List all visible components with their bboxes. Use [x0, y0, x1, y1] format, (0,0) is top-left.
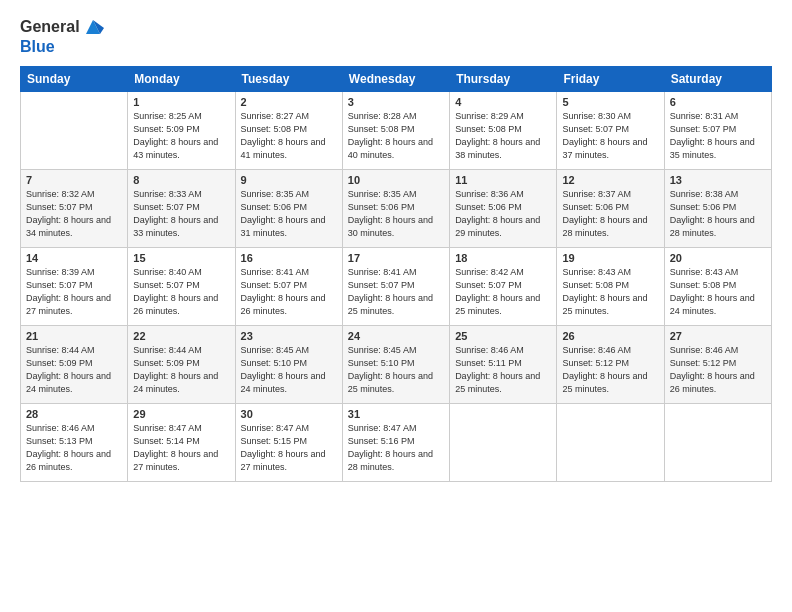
weekday-header-friday: Friday	[557, 67, 664, 92]
day-info: Sunrise: 8:44 AMSunset: 5:09 PMDaylight:…	[26, 344, 122, 396]
calendar-cell: 3Sunrise: 8:28 AMSunset: 5:08 PMDaylight…	[342, 92, 449, 170]
day-number: 11	[455, 174, 551, 186]
calendar-cell: 1Sunrise: 8:25 AMSunset: 5:09 PMDaylight…	[128, 92, 235, 170]
calendar-cell: 11Sunrise: 8:36 AMSunset: 5:06 PMDayligh…	[450, 170, 557, 248]
day-info: Sunrise: 8:25 AMSunset: 5:09 PMDaylight:…	[133, 110, 229, 162]
calendar-cell: 16Sunrise: 8:41 AMSunset: 5:07 PMDayligh…	[235, 248, 342, 326]
weekday-header-row: SundayMondayTuesdayWednesdayThursdayFrid…	[21, 67, 772, 92]
day-number: 3	[348, 96, 444, 108]
calendar-cell	[557, 404, 664, 482]
calendar-cell: 2Sunrise: 8:27 AMSunset: 5:08 PMDaylight…	[235, 92, 342, 170]
calendar-cell: 25Sunrise: 8:46 AMSunset: 5:11 PMDayligh…	[450, 326, 557, 404]
day-info: Sunrise: 8:32 AMSunset: 5:07 PMDaylight:…	[26, 188, 122, 240]
calendar-cell: 6Sunrise: 8:31 AMSunset: 5:07 PMDaylight…	[664, 92, 771, 170]
day-info: Sunrise: 8:41 AMSunset: 5:07 PMDaylight:…	[348, 266, 444, 318]
calendar-cell: 31Sunrise: 8:47 AMSunset: 5:16 PMDayligh…	[342, 404, 449, 482]
week-row-4: 28Sunrise: 8:46 AMSunset: 5:13 PMDayligh…	[21, 404, 772, 482]
calendar-cell: 10Sunrise: 8:35 AMSunset: 5:06 PMDayligh…	[342, 170, 449, 248]
day-number: 19	[562, 252, 658, 264]
day-number: 26	[562, 330, 658, 342]
day-info: Sunrise: 8:33 AMSunset: 5:07 PMDaylight:…	[133, 188, 229, 240]
day-number: 5	[562, 96, 658, 108]
day-info: Sunrise: 8:30 AMSunset: 5:07 PMDaylight:…	[562, 110, 658, 162]
day-info: Sunrise: 8:44 AMSunset: 5:09 PMDaylight:…	[133, 344, 229, 396]
day-info: Sunrise: 8:27 AMSunset: 5:08 PMDaylight:…	[241, 110, 337, 162]
day-number: 28	[26, 408, 122, 420]
calendar-table: SundayMondayTuesdayWednesdayThursdayFrid…	[20, 66, 772, 482]
calendar-cell: 29Sunrise: 8:47 AMSunset: 5:14 PMDayligh…	[128, 404, 235, 482]
day-number: 4	[455, 96, 551, 108]
header: General Blue	[20, 16, 772, 56]
calendar-cell: 4Sunrise: 8:29 AMSunset: 5:08 PMDaylight…	[450, 92, 557, 170]
day-number: 30	[241, 408, 337, 420]
calendar-cell: 9Sunrise: 8:35 AMSunset: 5:06 PMDaylight…	[235, 170, 342, 248]
day-info: Sunrise: 8:40 AMSunset: 5:07 PMDaylight:…	[133, 266, 229, 318]
day-number: 20	[670, 252, 766, 264]
calendar-cell: 22Sunrise: 8:44 AMSunset: 5:09 PMDayligh…	[128, 326, 235, 404]
weekday-header-monday: Monday	[128, 67, 235, 92]
calendar-cell	[450, 404, 557, 482]
day-number: 15	[133, 252, 229, 264]
day-info: Sunrise: 8:37 AMSunset: 5:06 PMDaylight:…	[562, 188, 658, 240]
day-info: Sunrise: 8:29 AMSunset: 5:08 PMDaylight:…	[455, 110, 551, 162]
day-number: 13	[670, 174, 766, 186]
day-number: 24	[348, 330, 444, 342]
calendar-cell: 12Sunrise: 8:37 AMSunset: 5:06 PMDayligh…	[557, 170, 664, 248]
day-number: 8	[133, 174, 229, 186]
week-row-1: 7Sunrise: 8:32 AMSunset: 5:07 PMDaylight…	[21, 170, 772, 248]
day-info: Sunrise: 8:41 AMSunset: 5:07 PMDaylight:…	[241, 266, 337, 318]
day-number: 31	[348, 408, 444, 420]
calendar-cell: 7Sunrise: 8:32 AMSunset: 5:07 PMDaylight…	[21, 170, 128, 248]
logo-general-text: General	[20, 18, 80, 36]
calendar-cell: 30Sunrise: 8:47 AMSunset: 5:15 PMDayligh…	[235, 404, 342, 482]
logo-icon	[82, 16, 104, 38]
day-number: 21	[26, 330, 122, 342]
calendar-cell	[21, 92, 128, 170]
day-info: Sunrise: 8:28 AMSunset: 5:08 PMDaylight:…	[348, 110, 444, 162]
day-info: Sunrise: 8:43 AMSunset: 5:08 PMDaylight:…	[562, 266, 658, 318]
day-number: 18	[455, 252, 551, 264]
day-number: 6	[670, 96, 766, 108]
day-info: Sunrise: 8:46 AMSunset: 5:13 PMDaylight:…	[26, 422, 122, 474]
weekday-header-thursday: Thursday	[450, 67, 557, 92]
calendar-cell: 27Sunrise: 8:46 AMSunset: 5:12 PMDayligh…	[664, 326, 771, 404]
calendar-cell: 23Sunrise: 8:45 AMSunset: 5:10 PMDayligh…	[235, 326, 342, 404]
day-info: Sunrise: 8:42 AMSunset: 5:07 PMDaylight:…	[455, 266, 551, 318]
day-number: 2	[241, 96, 337, 108]
calendar-cell: 20Sunrise: 8:43 AMSunset: 5:08 PMDayligh…	[664, 248, 771, 326]
day-info: Sunrise: 8:38 AMSunset: 5:06 PMDaylight:…	[670, 188, 766, 240]
calendar-cell: 13Sunrise: 8:38 AMSunset: 5:06 PMDayligh…	[664, 170, 771, 248]
day-info: Sunrise: 8:39 AMSunset: 5:07 PMDaylight:…	[26, 266, 122, 318]
day-number: 16	[241, 252, 337, 264]
weekday-header-sunday: Sunday	[21, 67, 128, 92]
day-number: 12	[562, 174, 658, 186]
week-row-2: 14Sunrise: 8:39 AMSunset: 5:07 PMDayligh…	[21, 248, 772, 326]
day-number: 29	[133, 408, 229, 420]
day-info: Sunrise: 8:36 AMSunset: 5:06 PMDaylight:…	[455, 188, 551, 240]
day-number: 14	[26, 252, 122, 264]
weekday-header-saturday: Saturday	[664, 67, 771, 92]
weekday-header-tuesday: Tuesday	[235, 67, 342, 92]
day-info: Sunrise: 8:31 AMSunset: 5:07 PMDaylight:…	[670, 110, 766, 162]
day-info: Sunrise: 8:46 AMSunset: 5:12 PMDaylight:…	[562, 344, 658, 396]
day-info: Sunrise: 8:45 AMSunset: 5:10 PMDaylight:…	[348, 344, 444, 396]
day-info: Sunrise: 8:46 AMSunset: 5:11 PMDaylight:…	[455, 344, 551, 396]
day-info: Sunrise: 8:47 AMSunset: 5:15 PMDaylight:…	[241, 422, 337, 474]
day-number: 22	[133, 330, 229, 342]
page: General Blue SundayMondayTuesdayWednesda…	[0, 0, 792, 612]
calendar-cell: 5Sunrise: 8:30 AMSunset: 5:07 PMDaylight…	[557, 92, 664, 170]
calendar-cell: 15Sunrise: 8:40 AMSunset: 5:07 PMDayligh…	[128, 248, 235, 326]
calendar-cell: 14Sunrise: 8:39 AMSunset: 5:07 PMDayligh…	[21, 248, 128, 326]
logo-blue-text: Blue	[20, 38, 104, 56]
day-info: Sunrise: 8:45 AMSunset: 5:10 PMDaylight:…	[241, 344, 337, 396]
calendar-cell: 28Sunrise: 8:46 AMSunset: 5:13 PMDayligh…	[21, 404, 128, 482]
logo: General Blue	[20, 16, 104, 56]
day-number: 25	[455, 330, 551, 342]
day-info: Sunrise: 8:47 AMSunset: 5:14 PMDaylight:…	[133, 422, 229, 474]
week-row-0: 1Sunrise: 8:25 AMSunset: 5:09 PMDaylight…	[21, 92, 772, 170]
weekday-header-wednesday: Wednesday	[342, 67, 449, 92]
day-info: Sunrise: 8:46 AMSunset: 5:12 PMDaylight:…	[670, 344, 766, 396]
day-number: 10	[348, 174, 444, 186]
calendar-cell: 19Sunrise: 8:43 AMSunset: 5:08 PMDayligh…	[557, 248, 664, 326]
calendar-cell: 17Sunrise: 8:41 AMSunset: 5:07 PMDayligh…	[342, 248, 449, 326]
